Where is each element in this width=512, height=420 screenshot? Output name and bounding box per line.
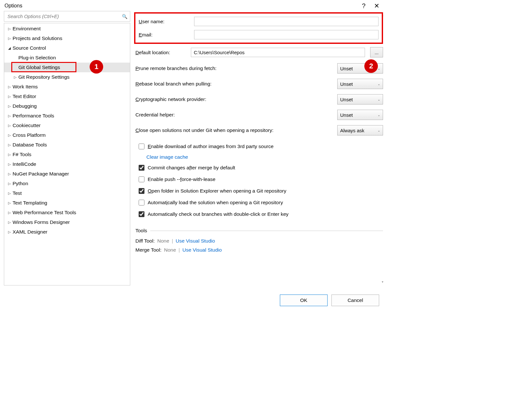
default-location-input[interactable] xyxy=(191,48,365,57)
tools-header: Tools xyxy=(135,228,383,234)
chevron-down-icon: ⌄ xyxy=(378,98,380,101)
clear-image-cache-link[interactable]: Clear image cache xyxy=(146,154,383,160)
rebase-label: Rebase local branch when pulling: xyxy=(135,81,337,87)
tree-cross-platform[interactable]: ▷Cross Platform xyxy=(4,130,130,140)
tree-winforms[interactable]: ▷Windows Forms Designer xyxy=(4,217,130,227)
merge-tool-label: Merge Tool: xyxy=(135,247,162,253)
callout-2: 2 xyxy=(364,59,378,73)
chevron-down-icon: ⌄ xyxy=(378,129,380,132)
tree-debugging[interactable]: ▷Debugging xyxy=(4,101,130,111)
tree-git-repo-settings[interactable]: ▷Git Repository Settings xyxy=(4,72,130,82)
tree-python[interactable]: ▷Python xyxy=(4,179,130,188)
tree-git-global-settings[interactable]: Git Global Settings xyxy=(4,63,130,72)
force-with-lease-label: Enable push --force-with-lease xyxy=(148,176,215,182)
search-options[interactable]: 🔍 xyxy=(4,11,130,22)
options-tree[interactable]: ▷Environment ▷Projects and Solutions ◢So… xyxy=(4,23,130,285)
close-solutions-label: Close open solutions not under Git when … xyxy=(135,127,337,133)
default-location-label: Default location: xyxy=(135,50,186,55)
autoload-solution-checkbox[interactable] xyxy=(139,200,144,205)
chevron-down-icon: ⌄ xyxy=(378,113,380,117)
tree-fsharp-tools[interactable]: ▷F# Tools xyxy=(4,150,130,159)
credential-combo[interactable]: Unset⌄ xyxy=(337,110,383,120)
merge-use-vs-link[interactable]: Use Visual Studio xyxy=(182,247,222,253)
diff-tool-label: Diff Tool: xyxy=(135,238,155,244)
ok-button[interactable]: OK xyxy=(280,295,328,306)
commit-after-merge-label: Commit changes after merge by default xyxy=(148,165,235,171)
enable-download-checkbox[interactable] xyxy=(139,144,144,149)
autoload-solution-label: Automatically load the solution when ope… xyxy=(148,200,283,205)
username-input[interactable] xyxy=(194,17,379,26)
help-button[interactable]: ? xyxy=(357,2,370,10)
search-icon: 🔍 xyxy=(122,14,127,19)
tree-intellicode[interactable]: ▷IntelliCode xyxy=(4,159,130,169)
tree-projects[interactable]: ▷Projects and Solutions xyxy=(4,34,130,43)
tree-text-editor[interactable]: ▷Text Editor xyxy=(4,92,130,101)
tree-database-tools[interactable]: ▷Database Tools xyxy=(4,140,130,150)
rebase-combo[interactable]: Unset⌄ xyxy=(337,79,383,89)
tree-performance-tools[interactable]: ▷Performance Tools xyxy=(4,111,130,121)
email-input[interactable] xyxy=(194,30,379,39)
enable-download-label: Enable download of author images from 3r… xyxy=(148,144,273,149)
browse-button[interactable]: ... xyxy=(370,47,383,57)
commit-after-merge-checkbox[interactable] xyxy=(139,165,144,171)
tree-text-templating[interactable]: ▷Text Templating xyxy=(4,198,130,208)
tree-nuget[interactable]: ▷NuGet Package Manager xyxy=(4,169,130,179)
callout-1: 1 xyxy=(90,60,103,74)
titlebar: Options ? ✕ xyxy=(0,0,387,11)
crypto-label: Cryptographic network provider: xyxy=(135,96,337,102)
tree-test[interactable]: ▷Test xyxy=(4,188,130,198)
tree-plugin-selection[interactable]: Plug-in Selection xyxy=(4,53,130,63)
username-label: User name: xyxy=(139,19,189,25)
tree-web-perf[interactable]: ▷Web Performance Test Tools xyxy=(4,208,130,217)
cancel-button[interactable]: Cancel xyxy=(331,295,379,306)
open-folder-checkbox[interactable] xyxy=(139,188,144,194)
search-input[interactable] xyxy=(7,13,122,19)
settings-pane: ▴ User name: Email: Default location: ..… xyxy=(134,11,383,285)
crypto-combo[interactable]: Unset⌄ xyxy=(337,94,383,105)
highlight-identity-block: User name: Email: xyxy=(134,12,383,44)
auto-checkout-label: Automatically check out branches with do… xyxy=(148,211,289,217)
tree-xaml[interactable]: ▷XAML Designer xyxy=(4,227,130,237)
auto-checkout-checkbox[interactable] xyxy=(139,211,144,217)
merge-tool-value: None xyxy=(164,247,176,253)
diff-tool-value: None xyxy=(157,238,169,244)
open-folder-label: Open folder in Solution Explorer when op… xyxy=(148,188,286,194)
window-title: Options xyxy=(5,3,22,9)
credential-label: Credential helper: xyxy=(135,112,337,118)
scroll-down-icon[interactable]: ▾ xyxy=(380,279,385,284)
close-solutions-combo[interactable]: Always ask⌄ xyxy=(337,125,383,135)
force-with-lease-checkbox[interactable] xyxy=(139,176,144,182)
tree-environment[interactable]: ▷Environment xyxy=(4,24,130,34)
tree-source-control[interactable]: ◢Source Control xyxy=(4,43,130,53)
chevron-down-icon: ⌄ xyxy=(378,82,380,86)
prune-label: Prune remote branches during fetch: xyxy=(135,65,337,71)
diff-use-vs-link[interactable]: Use Visual Studio xyxy=(176,238,215,244)
chevron-down-icon: ⌄ xyxy=(378,67,380,70)
tree-work-items[interactable]: ▷Work Items xyxy=(4,82,130,92)
tree-cookiecutter[interactable]: ▷Cookiecutter xyxy=(4,121,130,130)
close-button[interactable]: ✕ xyxy=(370,2,383,10)
email-label: Email: xyxy=(139,32,189,38)
